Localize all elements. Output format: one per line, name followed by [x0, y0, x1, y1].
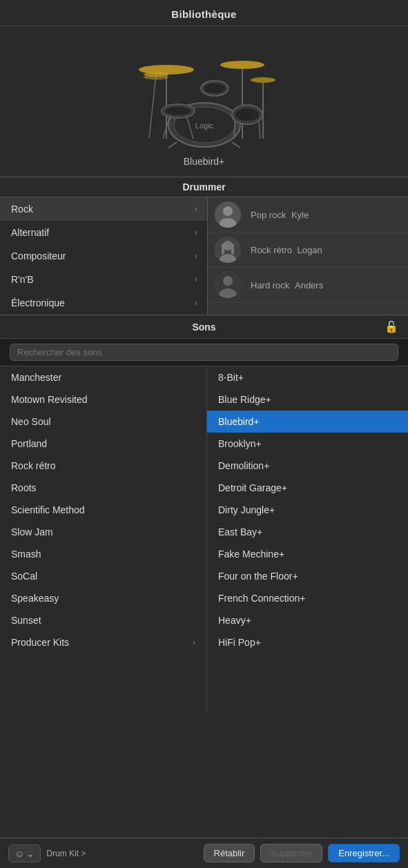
drummer-anders[interactable]: Hard rock Anders [208, 268, 408, 303]
right-sound-list: 8-Bit+ Blue Ridge+ Bluebird+ Brooklyn+ D… [207, 366, 408, 711]
bottom-bar: ☺ ⌄ Drum Kit > Rétablir Supprimer Enregi… [0, 838, 408, 868]
svg-point-28 [223, 241, 233, 250]
drummer-anders-genre: Hard rock Anders [248, 280, 323, 290]
list-item-producer-kits[interactable]: Producer Kits › [0, 631, 206, 653]
list-item-scientific[interactable]: Scientific Method [0, 499, 206, 521]
list-item-heavy[interactable]: Heavy+ [207, 609, 408, 631]
svg-point-33 [223, 276, 233, 286]
categories-list: Rock › Alternatif › Compositeur › R'n'B … [0, 197, 207, 315]
sound-list: Manchester Motown Revisited Neo Soul Por… [0, 366, 408, 711]
list-item-french-connection[interactable]: French Connection+ [207, 587, 408, 609]
chevron-right-icon: › [195, 298, 197, 308]
sons-title: Sons [23, 322, 385, 333]
drummer-kyle[interactable]: Pop rock Kyle [208, 197, 408, 233]
search-bar [0, 339, 408, 366]
list-item-dirty-jungle[interactable]: Dirty Jungle+ [207, 499, 408, 521]
list-item-portland[interactable]: Portland [0, 433, 206, 455]
breadcrumb[interactable]: Drum Kit > [46, 849, 197, 858]
chevron-right-icon: › [195, 275, 197, 284]
svg-rect-30 [222, 244, 224, 255]
drummer-anders-avatar [215, 272, 241, 298]
list-item-neo-soul[interactable]: Neo Soul [0, 411, 206, 433]
smiley-icon: ☺ [14, 848, 24, 859]
list-item-bluebird[interactable]: Bluebird+ [207, 411, 408, 433]
list-item-smash[interactable]: Smash [0, 543, 206, 565]
drummer-kyle-genre: Pop rock Kyle [248, 210, 309, 220]
drummer-kyle-avatar [215, 201, 241, 228]
sons-section: Sons 🔓 [0, 315, 408, 366]
svg-rect-31 [231, 244, 234, 255]
drummer-logan-info: Rock rétro Logan [248, 245, 322, 255]
list-item-8bit[interactable]: 8-Bit+ [207, 366, 408, 388]
svg-point-23 [204, 83, 226, 94]
drummer-section-header: Drummer [0, 177, 408, 197]
svg-point-2 [251, 77, 275, 83]
breadcrumb-label: Drum Kit > [46, 849, 86, 858]
drummer-anders-info: Hard rock Anders [248, 280, 323, 290]
svg-line-14 [259, 121, 260, 139]
chevron-right-icon: › [193, 638, 195, 647]
category-rock[interactable]: Rock › [0, 197, 207, 221]
sons-header: Sons 🔓 [0, 315, 408, 339]
drummer-logan[interactable]: Rock rétro Logan [208, 233, 408, 268]
list-item-roots[interactable]: Roots [0, 477, 206, 499]
category-alternatif[interactable]: Alternatif › [0, 221, 207, 244]
svg-point-25 [223, 206, 233, 216]
svg-line-19 [149, 75, 156, 139]
preset-name: Bluebird+ [184, 156, 225, 167]
category-rock-label: Rock [11, 204, 33, 215]
drum-image-area: Logic Bluebird+ [0, 26, 408, 177]
category-alternatif-label: Alternatif [11, 227, 49, 238]
drummer-section-title: Drummer [182, 181, 225, 193]
category-electronique-label: Électronique [11, 297, 65, 308]
chevron-down-icon: ⌄ [26, 848, 35, 859]
drummer-kyle-info: Pop rock Kyle [248, 210, 309, 220]
svg-line-9 [168, 142, 177, 148]
svg-point-21 [144, 75, 168, 80]
list-item-blue-ridge[interactable]: Blue Ridge+ [207, 388, 408, 411]
list-item-demolition[interactable]: Demolition+ [207, 455, 408, 477]
list-item-rock-retro[interactable]: Rock rétro [0, 455, 206, 477]
chevron-right-icon: › [195, 251, 197, 261]
lock-icon: 🔓 [385, 320, 398, 333]
drummer-logan-genre: Rock rétro Logan [248, 245, 322, 255]
svg-line-10 [232, 142, 240, 148]
category-rnb-label: R'n'B [11, 274, 34, 285]
list-item-detroit[interactable]: Detroit Garage+ [207, 477, 408, 499]
list-item-slow-jam[interactable]: Slow Jam [0, 521, 206, 543]
save-button[interactable]: Enregistrer... [328, 844, 400, 862]
list-item-fake-mechine[interactable]: Fake Mechine+ [207, 543, 408, 565]
list-item-manchester[interactable]: Manchester [0, 366, 206, 388]
list-item-motown[interactable]: Motown Revisited [0, 388, 206, 411]
header-title: Bibliothèque [171, 8, 236, 20]
category-rnb[interactable]: R'n'B › [0, 268, 207, 291]
list-item-brooklyn[interactable]: Brooklyn+ [207, 433, 408, 455]
svg-point-12 [235, 108, 260, 121]
category-compositeur-label: Compositeur [11, 250, 66, 262]
left-sound-list: Manchester Motown Revisited Neo Soul Por… [0, 366, 207, 711]
list-item-socal[interactable]: SoCal [0, 565, 206, 587]
list-item-speakeasy[interactable]: Speakeasy [0, 587, 206, 609]
list-item-sunset[interactable]: Sunset [0, 609, 206, 631]
drum-kit-image: Logic [128, 39, 280, 149]
chevron-right-icon: › [195, 204, 197, 214]
list-item-hifi-pop[interactable]: HiFi Pop+ [207, 631, 408, 653]
smiley-button[interactable]: ☺ ⌄ [8, 845, 41, 862]
list-item-four-on-floor[interactable]: Four on the Floor+ [207, 565, 408, 587]
drummer-list: Pop rock Kyle Rock rétro Logan [207, 197, 408, 315]
svg-text:Logic: Logic [195, 121, 213, 130]
header: Bibliothèque [0, 0, 408, 26]
svg-point-1 [220, 61, 264, 69]
chevron-right-icon: › [195, 228, 197, 237]
list-item-east-bay[interactable]: East Bay+ [207, 521, 408, 543]
category-electronique[interactable]: Électronique › [0, 291, 207, 315]
svg-point-16 [165, 106, 191, 116]
drummer-section: Rock › Alternatif › Compositeur › R'n'B … [0, 197, 408, 315]
search-input[interactable] [10, 344, 398, 361]
drummer-logan-avatar [215, 237, 241, 263]
delete-button: Supprimer [260, 844, 322, 862]
category-compositeur[interactable]: Compositeur › [0, 244, 207, 268]
restore-button[interactable]: Rétablir [204, 844, 255, 862]
